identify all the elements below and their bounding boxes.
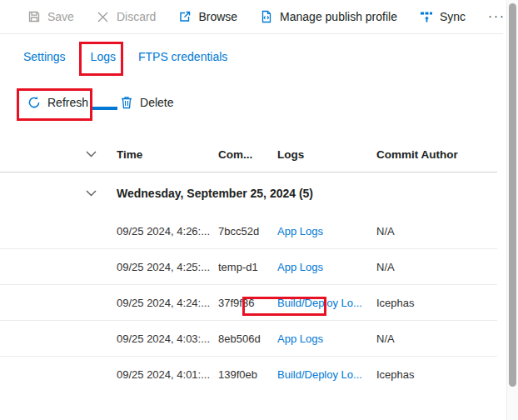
active-tab-indicator	[90, 107, 117, 110]
save-button[interactable]: Save	[27, 10, 74, 23]
sync-button[interactable]: Sync	[420, 10, 466, 23]
sync-icon	[420, 10, 433, 23]
manage-publish-profile-label: Manage publish profile	[280, 10, 397, 23]
deployment-logs-table: Time Com... Logs Commit Author Wednesday…	[0, 137, 518, 392]
build-deploy-logs-link[interactable]: Build/Deploy Lo...	[277, 368, 362, 381]
close-icon	[97, 10, 110, 23]
row-commit-id: temp-d1	[218, 261, 277, 273]
save-label: Save	[47, 10, 74, 23]
table-row[interactable]: 09/25 2024, 4:24:... 37f9f36 Build/Deplo…	[0, 285, 497, 321]
tab-ftps-credentials[interactable]: FTPS credentials	[138, 50, 227, 63]
refresh-icon	[27, 96, 41, 109]
row-time: 09/25 2024, 4:01:...	[117, 368, 218, 381]
table-row[interactable]: 09/25 2024, 4:01:... 139f0eb Build/Deplo…	[0, 357, 497, 392]
row-commit-author: Icephas	[376, 297, 497, 309]
command-bar: Refresh Delete	[0, 79, 518, 126]
tab-bar: Settings Logs FTPS credentials	[0, 34, 518, 79]
trash-icon	[120, 96, 133, 109]
row-commit-author: N/A	[376, 261, 497, 273]
manage-publish-profile-button[interactable]: Manage publish profile	[260, 10, 397, 23]
refresh-button[interactable]: Refresh	[27, 96, 88, 109]
tab-settings[interactable]: Settings	[23, 50, 66, 63]
row-commit-id: 7bcc52d	[218, 225, 277, 238]
tab-logs[interactable]: Logs	[91, 50, 116, 63]
sync-label: Sync	[440, 10, 466, 23]
deployment-center-page: Save Discard Browse Manage publish profi…	[0, 0, 518, 420]
scrollbar-thumb[interactable]	[509, 3, 516, 387]
app-logs-link[interactable]: App Logs	[277, 225, 323, 238]
external-link-icon	[178, 10, 192, 23]
app-logs-link[interactable]: App Logs	[277, 261, 323, 273]
vertical-scrollbar[interactable]	[506, 0, 518, 420]
row-time: 09/25 2024, 4:25:...	[117, 261, 218, 273]
table-row[interactable]: 09/25 2024, 4:03:... 8eb506d App Logs N/…	[0, 321, 497, 357]
table-header-row: Time Com... Logs Commit Author	[0, 137, 497, 172]
row-time: 09/25 2024, 4:03:...	[117, 332, 218, 345]
chevron-down-icon[interactable]	[37, 190, 117, 197]
group-header-label: Wednesday, September 25, 2024 (5)	[117, 187, 497, 200]
discard-label: Discard	[117, 10, 156, 23]
ellipsis-icon: ···	[488, 8, 506, 22]
column-header-logs[interactable]: Logs	[277, 148, 376, 161]
collapse-all-chevron[interactable]	[37, 151, 117, 158]
delete-button[interactable]: Delete	[120, 96, 173, 109]
browse-button[interactable]: Browse	[178, 10, 237, 23]
row-commit-author: N/A	[376, 332, 497, 345]
column-header-time[interactable]: Time	[117, 148, 218, 161]
discard-button[interactable]: Discard	[97, 10, 156, 23]
build-deploy-logs-link[interactable]: Build/Deploy Lo...	[277, 297, 362, 309]
table-row[interactable]: 09/25 2024, 4:25:... temp-d1 App Logs N/…	[0, 249, 497, 285]
row-commit-author: Icephas	[376, 368, 497, 381]
delete-label: Delete	[140, 96, 173, 109]
row-time: 09/25 2024, 4:24:...	[117, 297, 218, 309]
table-row[interactable]: 09/25 2024, 4:26:... 7bcc52d App Logs N/…	[0, 213, 497, 249]
row-commit-id: 37f9f36	[218, 297, 277, 309]
app-logs-link[interactable]: App Logs	[277, 332, 323, 345]
row-commit-id: 139f0eb	[218, 368, 277, 381]
column-header-commit[interactable]: Com...	[218, 148, 277, 161]
row-commit-author: N/A	[376, 225, 497, 238]
browse-label: Browse	[198, 10, 237, 23]
column-header-commit-author[interactable]: Commit Author	[376, 148, 497, 161]
save-icon	[27, 10, 41, 23]
row-commit-id: 8eb506d	[218, 332, 277, 345]
refresh-label: Refresh	[47, 96, 88, 109]
more-commands-button[interactable]: ···	[488, 8, 506, 26]
row-time: 09/25 2024, 4:26:...	[117, 225, 218, 238]
group-header-row: Wednesday, September 25, 2024 (5)	[0, 172, 497, 213]
toolbar: Save Discard Browse Manage publish profi…	[0, 0, 503, 34]
publish-profile-file-icon	[260, 10, 273, 23]
